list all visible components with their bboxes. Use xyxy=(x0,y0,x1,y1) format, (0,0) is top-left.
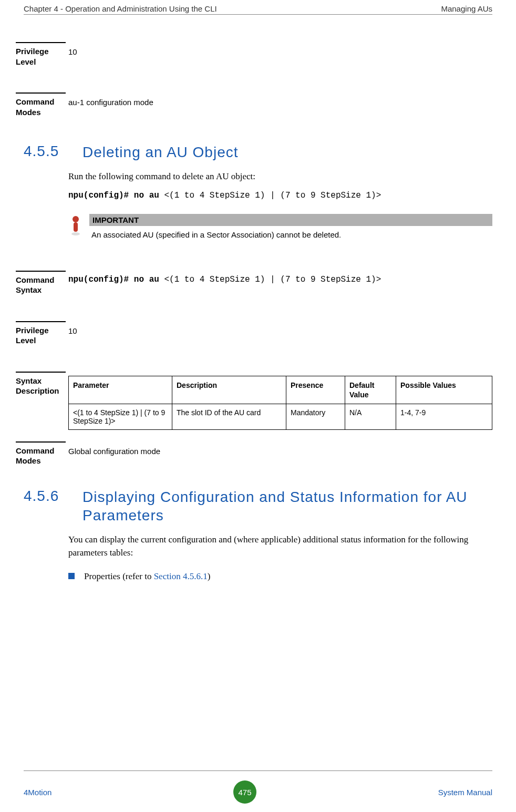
td-possible-values: 1-4, 7-9 xyxy=(396,404,492,429)
value-command-syntax: npu(config)# no au <(1 to 4 StepSize 1) … xyxy=(68,275,492,284)
th-default-value: Default Value xyxy=(345,376,396,404)
th-presence: Presence xyxy=(286,376,345,404)
svg-point-2 xyxy=(71,232,80,235)
td-presence: Mandatory xyxy=(286,404,345,429)
value-privilege-level-2: 10 xyxy=(68,325,492,336)
important-body: An associated AU (specified in a Sector … xyxy=(89,226,492,241)
syntax-description-table: Parameter Description Presence Default V… xyxy=(68,376,492,430)
bullet-icon xyxy=(68,573,75,579)
svg-point-0 xyxy=(73,216,79,222)
list-item: Properties (refer to Section 4.5.6.1) xyxy=(68,571,492,582)
section-456-title: Displaying Configuration and Status Info… xyxy=(82,488,492,525)
td-description: The slot ID of the AU card xyxy=(172,404,286,429)
table-header-row: Parameter Description Presence Default V… xyxy=(69,376,492,404)
label-command-modes-1: Command Modes xyxy=(16,97,66,117)
section-455-number: 4.5.5 xyxy=(24,143,82,160)
bullet-text: Properties (refer to Section 4.5.6.1) xyxy=(84,571,210,582)
table-row: <(1 to 4 StepSize 1) | (7 to 9 StepSize … xyxy=(69,404,492,429)
label-syntax-description: Syntax Description xyxy=(16,376,66,396)
footer-left: 4Motion xyxy=(24,788,51,797)
header-left: Chapter 4 - Operation and Administration… xyxy=(24,4,217,13)
th-description: Description xyxy=(172,376,286,404)
td-default-value: N/A xyxy=(345,404,396,429)
value-command-modes-1: au-1 configuration mode xyxy=(68,97,492,108)
label-privilege-level-2: Privilege Level xyxy=(16,325,66,346)
value-privilege-level-1: 10 xyxy=(68,46,492,57)
section-455-intro: Run the following command to delete an A… xyxy=(68,170,492,183)
section-link[interactable]: Section 4.5.6.1 xyxy=(154,571,208,581)
section-455-title: Deleting an AU Object xyxy=(82,143,239,161)
section-456-intro: You can display the current configuratio… xyxy=(68,533,492,560)
th-possible-values: Possible Values xyxy=(396,376,492,404)
label-privilege-level-1: Privilege Level xyxy=(16,46,66,67)
section-456-number: 4.5.6 xyxy=(24,488,82,505)
value-command-modes-2: Global configuration mode xyxy=(68,446,492,457)
important-header: IMPORTANT xyxy=(89,214,492,226)
important-box: IMPORTANT An associated AU (specified in… xyxy=(89,214,492,241)
important-icon xyxy=(68,215,83,236)
header-right: Managing AUs xyxy=(441,4,492,13)
footer-rule xyxy=(24,770,492,771)
th-parameter: Parameter xyxy=(69,376,172,404)
section-455-command: npu(config)# no au <(1 to 4 StepSize 1) … xyxy=(68,191,492,200)
td-parameter: <(1 to 4 StepSize 1) | (7 to 9 StepSize … xyxy=(69,404,172,429)
label-command-modes-2: Command Modes xyxy=(16,446,66,466)
header-rule xyxy=(24,14,492,15)
page-number-badge: 475 xyxy=(233,780,256,804)
label-command-syntax: Command Syntax xyxy=(16,275,66,295)
footer-right: System Manual xyxy=(438,788,492,797)
svg-rect-1 xyxy=(74,222,78,232)
